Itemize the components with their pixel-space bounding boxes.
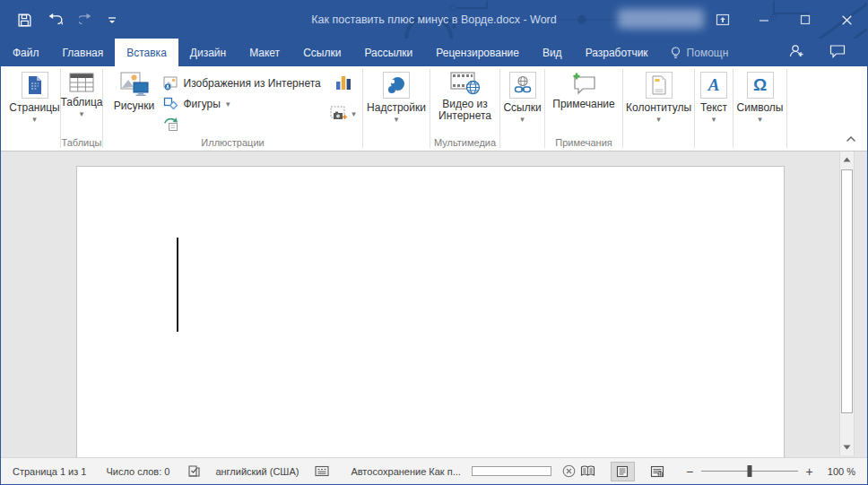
ribbon-display-options-button[interactable] — [702, 1, 743, 39]
text-a-icon: A — [700, 72, 727, 99]
table-label: Таблица — [60, 97, 102, 108]
share-button[interactable] — [788, 43, 804, 62]
chevron-down-icon: ▾ — [395, 116, 399, 123]
close-button[interactable] — [826, 1, 867, 39]
online-pictures-label: Изображения из Интернета — [184, 77, 321, 90]
caption-buttons — [702, 1, 867, 39]
macro-record-button[interactable] — [315, 465, 329, 477]
online-pictures-button[interactable]: Изображения из Интернета — [163, 73, 326, 93]
multimedia-group-label: Мультимедиа — [430, 137, 499, 148]
customize-quick-access-button[interactable] — [107, 14, 117, 25]
pages-button[interactable]: Страницы ▾ — [9, 66, 59, 151]
text-label: Текст — [700, 102, 727, 114]
shapes-button[interactable]: Фигуры ▾ — [163, 93, 326, 114]
tab-design[interactable]: Дизайн — [178, 39, 238, 66]
tell-me-box[interactable]: Помощн — [660, 39, 739, 66]
print-layout-button[interactable] — [611, 462, 635, 481]
links-button[interactable]: Ссылки ▾ — [503, 66, 541, 151]
comment-icon — [570, 72, 597, 95]
addins-button[interactable]: Надстройки ▾ — [367, 66, 426, 151]
autosave-progress-bar — [472, 466, 551, 476]
web-layout-button[interactable] — [646, 462, 670, 481]
zoom-in-button[interactable]: + — [806, 465, 813, 478]
zoom-level[interactable]: 100 % — [828, 466, 855, 477]
zoom-slider[interactable] — [701, 471, 797, 472]
qat-customize-icon — [107, 14, 117, 25]
chevron-down-icon: ▾ — [520, 116, 525, 123]
tab-insert[interactable]: Вставка — [115, 39, 178, 66]
undo-button[interactable] — [46, 13, 65, 27]
chevron-down-icon: ▾ — [712, 116, 716, 123]
scrollbar-thumb[interactable] — [841, 169, 853, 413]
chevron-down-icon: ▾ — [80, 110, 84, 117]
symbols-button[interactable]: Ω Символы ▾ — [737, 66, 784, 151]
save-button[interactable] — [17, 13, 32, 28]
addins-icon — [383, 72, 410, 99]
header-footer-label: Колонтитулы — [626, 102, 691, 114]
pages-label: Страницы — [9, 102, 59, 114]
maximize-button[interactable] — [785, 1, 826, 39]
read-mode-button[interactable] — [576, 462, 600, 481]
chevron-down-icon: ▾ — [226, 100, 230, 108]
group-links: Ссылки ▾ — [500, 66, 544, 151]
group-illustrations: Рисунки Изображения из Интернета — [103, 66, 362, 151]
ribbon-display-options-icon — [716, 13, 730, 27]
online-pictures-icon — [163, 76, 178, 91]
zoom-slider-handle[interactable] — [747, 465, 751, 477]
account-name-blurred[interactable] — [618, 9, 704, 29]
scroll-up-button[interactable] — [840, 152, 854, 167]
group-tables: Таблица ▾ Таблицы — [61, 66, 102, 151]
tab-developer[interactable]: Разработчик — [574, 39, 660, 66]
text-button[interactable]: A Текст ▾ — [700, 66, 727, 151]
word-window: Как поставить плюс минус в Ворде.docx - … — [0, 0, 868, 485]
word-count[interactable]: Число слов: 0 — [106, 466, 169, 477]
shapes-icon — [163, 97, 178, 110]
chart-button[interactable] — [334, 74, 352, 95]
web-layout-icon — [650, 465, 664, 478]
document-page[interactable] — [76, 166, 785, 457]
group-pages: Страницы ▾ — [9, 66, 60, 151]
keyboard-icon — [315, 465, 329, 477]
collapse-ribbon-button[interactable] — [846, 130, 856, 146]
tab-home[interactable]: Главная — [51, 39, 116, 66]
tab-review[interactable]: Рецензирование — [424, 39, 531, 66]
tell-me-label: Помощн — [687, 47, 729, 59]
group-multimedia: Видео из Интернета Мультимедиа — [430, 66, 499, 151]
vertical-scrollbar[interactable] — [839, 152, 855, 455]
smartart-button[interactable] — [163, 114, 326, 134]
redo-button[interactable] — [79, 13, 93, 27]
autosave-status: Автосохранение Как п... — [351, 466, 460, 477]
zoom-out-button[interactable]: − — [686, 465, 693, 478]
comments-group-label: Примечания — [545, 137, 622, 148]
page-indicator[interactable]: Страница 1 из 1 — [13, 466, 86, 477]
shapes-label: Фигуры — [184, 98, 221, 110]
print-layout-icon — [616, 465, 629, 478]
share-person-icon — [788, 43, 804, 58]
chart-icon — [334, 74, 352, 91]
screenshot-button[interactable]: ▾ — [330, 106, 356, 121]
tab-file[interactable]: Файл — [1, 39, 51, 66]
minimize-button[interactable] — [743, 1, 785, 39]
proofing-status-button[interactable] — [187, 464, 201, 478]
comment-label: Примечание — [552, 99, 614, 110]
tab-mailings[interactable]: Рассылки — [352, 39, 424, 66]
lightbulb-icon — [670, 46, 681, 60]
chevron-down-icon: ▾ — [758, 116, 762, 123]
pages-icon — [22, 72, 48, 99]
omega-icon: Ω — [747, 72, 774, 99]
group-symbols: Ω Символы ▾ — [733, 66, 786, 151]
comments-pane-button[interactable] — [829, 44, 846, 62]
chevron-down-icon: ▾ — [32, 116, 37, 123]
cancel-autosave-button[interactable] — [562, 464, 576, 478]
language-indicator[interactable]: английский (США) — [215, 466, 299, 477]
symbols-label: Символы — [737, 102, 784, 114]
quick-access-toolbar — [17, 1, 117, 39]
view-buttons — [576, 462, 670, 481]
scroll-down-button[interactable] — [840, 440, 854, 455]
tab-view[interactable]: Вид — [531, 39, 574, 66]
maximize-icon — [799, 13, 812, 26]
scroll-down-icon — [843, 445, 851, 450]
tab-references[interactable]: Ссылки — [291, 39, 352, 66]
tab-layout[interactable]: Макет — [238, 39, 291, 66]
header-footer-button[interactable]: Колонтитулы ▾ — [626, 66, 691, 151]
